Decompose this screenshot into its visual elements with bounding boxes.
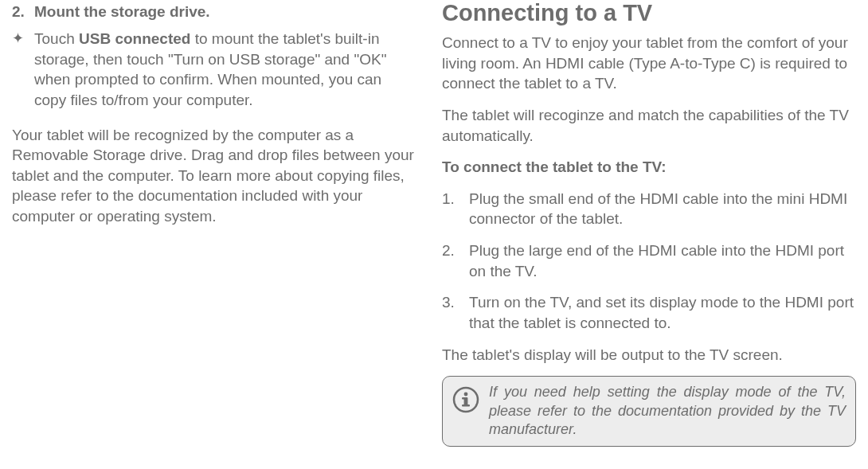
info-icon bbox=[452, 386, 479, 413]
tv-step-2-text: Plug the large end of the HDMI cable int… bbox=[469, 240, 856, 281]
tv-step-2: 2.Plug the large end of the HDMI cable i… bbox=[442, 240, 856, 281]
four-point-star-icon: ✦ bbox=[12, 29, 34, 111]
tv-step-3: 3.Turn on the TV, and set its display mo… bbox=[442, 292, 856, 333]
right-p1: Connect to a TV to enjoy your tablet fro… bbox=[442, 33, 856, 94]
tv-step-3-num: 3. bbox=[442, 292, 469, 333]
tv-step-2-num: 2. bbox=[442, 240, 469, 281]
step-2-subitem-text: Touch USB connected to mount the tablet'… bbox=[34, 29, 416, 111]
step-2-sublist: ✦ Touch USB connected to mount the table… bbox=[12, 29, 416, 111]
touch-label: Touch bbox=[34, 30, 79, 47]
right-p2: The tablet will recoginze and match the … bbox=[442, 105, 856, 146]
step-2-number: 2. bbox=[12, 3, 34, 21]
tv-step-1-num: 1. bbox=[442, 189, 469, 229]
svg-rect-4 bbox=[462, 397, 467, 400]
usb-connected-label: USB connected bbox=[79, 30, 190, 47]
connecting-to-tv-title: Connecting to a TV bbox=[442, 0, 856, 26]
tv-step-1-text: Plug the small end of the HDMI cable int… bbox=[469, 189, 856, 229]
step-2-heading: 2.Mount the storage drive. bbox=[12, 3, 416, 21]
step-2-subitem: ✦ Touch USB connected to mount the table… bbox=[12, 29, 416, 111]
svg-rect-3 bbox=[462, 405, 470, 407]
note-box: If you need help setting the display mod… bbox=[442, 376, 856, 446]
tv-steps-list: 1.Plug the small end of the HDMI cable i… bbox=[442, 189, 856, 334]
right-p4: The tablet's display will be output to t… bbox=[442, 345, 856, 365]
left-paragraph: Your tablet will be recognized by the co… bbox=[12, 125, 416, 227]
note-text: If you need help setting the display mod… bbox=[489, 383, 846, 439]
tv-step-1: 1.Plug the small end of the HDMI cable i… bbox=[442, 189, 856, 229]
svg-point-1 bbox=[464, 393, 468, 397]
right-p3: To connect the tablet to the TV: bbox=[442, 157, 856, 178]
tv-step-3-text: Turn on the TV, and set its display mode… bbox=[469, 292, 856, 333]
step-2-title: Mount the storage drive. bbox=[34, 3, 210, 20]
